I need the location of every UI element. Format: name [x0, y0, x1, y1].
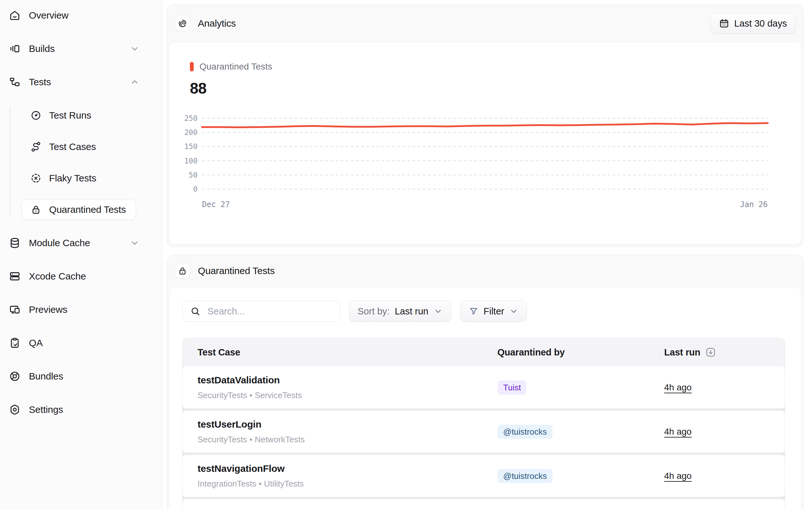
- sort-by-label: Sort by:: [358, 306, 390, 317]
- sidebar-item-label: Quarantined Tests: [49, 204, 126, 215]
- last-run-link[interactable]: 4h ago: [664, 427, 692, 437]
- sidebar-item-label: Xcode Cache: [29, 271, 86, 282]
- quarantined-by-cell: @tuistrocks: [497, 469, 664, 483]
- table-header: Test Case Quarantined by Last run: [183, 338, 785, 366]
- table-body: testDataValidation SecurityTests • Servi…: [183, 366, 785, 509]
- legend-label: Quarantined Tests: [199, 62, 272, 72]
- sort-by-value: Last run: [395, 306, 428, 317]
- test-case-name: testDataValidation: [198, 375, 497, 385]
- settings-icon: [9, 404, 21, 415]
- sidebar-item-quarantined-tests[interactable]: Quarantined Tests: [22, 199, 136, 220]
- sidebar-item-module-cache[interactable]: Module Cache: [9, 233, 162, 253]
- sidebar-item-label: Builds: [29, 43, 55, 54]
- last-run-cell: 4h ago: [664, 471, 785, 481]
- builds-icon: [9, 43, 21, 55]
- date-range-label: Last 30 days: [735, 18, 787, 29]
- home-icon: [9, 10, 21, 21]
- chevron-down-icon: [433, 307, 443, 316]
- analytics-icon: [175, 16, 190, 31]
- sidebar-item-label: Module Cache: [29, 238, 90, 248]
- sidebar-item-overview[interactable]: Overview: [9, 5, 162, 26]
- lock-icon: [30, 204, 41, 215]
- sidebar-item-settings[interactable]: Settings: [9, 399, 162, 420]
- search-icon: [190, 306, 200, 316]
- tests-icon: [9, 76, 21, 88]
- filter-button[interactable]: Filter: [460, 301, 527, 322]
- test-case-cell: testNavigationFlow IntegrationTests • Ut…: [183, 463, 497, 489]
- sidebar-item-test-runs[interactable]: Test Runs: [22, 105, 101, 126]
- legend-swatch: [190, 62, 194, 71]
- column-header-quarantined-by: Quarantined by: [497, 347, 664, 358]
- sort-direction-icon: [706, 347, 716, 358]
- test-case-name: testUserLogin: [198, 419, 497, 430]
- database-icon: [9, 237, 21, 249]
- sidebar: Overview Builds Tests: [0, 0, 162, 509]
- quarantined-by-badge: @tuistrocks: [497, 469, 553, 483]
- sidebar-item-label: QA: [29, 338, 43, 348]
- calendar-icon: [719, 18, 729, 29]
- table-row: [183, 499, 785, 509]
- chevron-up-icon[interactable]: [130, 77, 139, 87]
- svg-text:250: 250: [184, 114, 198, 123]
- lock-icon: [175, 263, 190, 278]
- server-icon: [9, 271, 21, 282]
- column-header-test-case: Test Case: [183, 347, 497, 358]
- svg-text:50: 50: [189, 171, 198, 179]
- chevron-down-icon[interactable]: [130, 44, 139, 54]
- quarantined-tests-table: Test Case Quarantined by Last run testDa…: [182, 338, 785, 509]
- sort-by-button[interactable]: Sort by: Last run: [349, 301, 451, 322]
- test-case-suites: SecurityTests • NetworkTests: [198, 435, 497, 445]
- chevron-down-icon[interactable]: [130, 238, 139, 248]
- date-range-button[interactable]: Last 30 days: [710, 13, 795, 34]
- table-row[interactable]: testDataValidation SecurityTests • Servi…: [183, 366, 785, 408]
- analytics-card-title: Analytics: [198, 18, 236, 29]
- search-input[interactable]: [207, 306, 332, 317]
- analytics-card: Analytics Last 30 days Quarantined Tests…: [167, 4, 804, 247]
- quarantined-by-cell: @tuistrocks: [497, 425, 664, 439]
- sidebar-item-label: Tests: [29, 77, 51, 88]
- sidebar-item-flaky-tests[interactable]: Flaky Tests: [22, 168, 106, 189]
- quarantined-tests-card: Quarantined Tests Sort by: Last run: [167, 254, 804, 509]
- search-box[interactable]: [182, 301, 340, 322]
- sidebar-item-label: Previews: [29, 304, 67, 315]
- last-run-cell: 4h ago: [664, 427, 785, 437]
- chart-legend: Quarantined Tests: [190, 62, 773, 72]
- sidebar-tests-subgroup: Test Runs Test Cases Flaky Tests: [9, 105, 162, 220]
- sidebar-item-label: Overview: [29, 10, 68, 21]
- sidebar-item-qa[interactable]: QA: [9, 333, 162, 353]
- column-header-last-run[interactable]: Last run: [664, 347, 785, 358]
- table-row[interactable]: testUserLogin SecurityTests • NetworkTes…: [183, 411, 785, 452]
- sidebar-item-previews[interactable]: Previews: [9, 299, 162, 320]
- test-case-suites: SecurityTests • ServiceTests: [198, 391, 497, 400]
- sidebar-item-bundles[interactable]: Bundles: [9, 366, 162, 386]
- route-icon: [30, 141, 41, 152]
- last-run-link[interactable]: 4h ago: [664, 471, 692, 481]
- line-chart: 050100150200250Dec 27Jan 26: [181, 114, 773, 211]
- chart-panel: Quarantined Tests 88 050100150200250Dec …: [169, 42, 802, 244]
- svg-text:Dec 27: Dec 27: [202, 200, 230, 209]
- analytics-card-header: Analytics Last 30 days: [167, 5, 803, 42]
- bundle-icon: [9, 371, 21, 382]
- sidebar-item-label: Settings: [29, 404, 63, 415]
- quarantined-by-badge: @tuistrocks: [497, 425, 553, 439]
- sidebar-item-xcode-cache[interactable]: Xcode Cache: [9, 266, 162, 286]
- svg-text:150: 150: [184, 142, 198, 151]
- sidebar-item-test-cases[interactable]: Test Cases: [22, 137, 106, 157]
- last-run-link[interactable]: 4h ago: [664, 382, 692, 392]
- flaky-icon: [30, 173, 41, 184]
- test-case-cell: testDataValidation SecurityTests • Servi…: [183, 375, 497, 400]
- list-toolbar: Sort by: Last run Filter: [182, 301, 785, 322]
- chevron-down-icon: [509, 307, 518, 316]
- test-case-cell: testUserLogin SecurityTests • NetworkTes…: [183, 419, 497, 445]
- table-row[interactable]: testNavigationFlow IntegrationTests • Ut…: [183, 455, 785, 497]
- sidebar-item-label: Bundles: [29, 371, 63, 382]
- test-case-suites: IntegrationTests • UtilityTests: [198, 479, 497, 489]
- last-run-cell: 4h ago: [664, 382, 785, 393]
- sidebar-item-tests[interactable]: Tests: [9, 72, 162, 92]
- svg-text:0: 0: [193, 185, 198, 193]
- filter-icon: [469, 306, 479, 316]
- sidebar-item-builds[interactable]: Builds: [9, 38, 162, 59]
- sidebar-item-label: Test Runs: [49, 110, 91, 121]
- sidebar-item-label: Flaky Tests: [49, 173, 96, 184]
- test-case-name: testNavigationFlow: [198, 463, 497, 474]
